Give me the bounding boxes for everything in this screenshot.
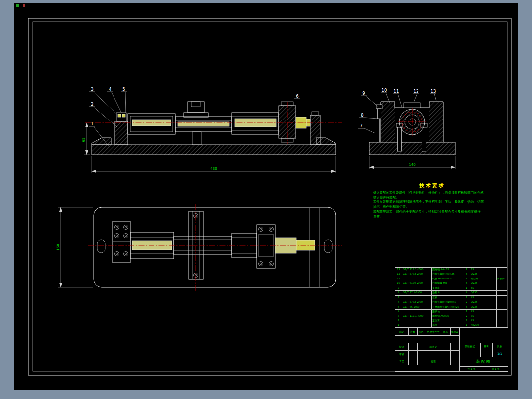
bom-cell-name: 六角头螺栓 M10×40 — [432, 300, 463, 304]
front-shaft-end — [296, 117, 310, 128]
bom-cell-material: 45 — [470, 310, 485, 314]
tech-requirements-line: 油污、着色剂和灰尘等。 — [373, 205, 492, 210]
bom-cell-code: GB/T 119.1-2000 — [402, 314, 432, 318]
bom-cell-w1 — [485, 319, 491, 323]
tech-requirements-line: 装配前应对零、部件的主要配合尺寸，特别是过盈配合尺寸及相关精度进行 — [373, 210, 492, 215]
bom-cell-material: 45 — [470, 286, 485, 290]
tb-check-label: 审核 — [395, 350, 409, 358]
front-base — [92, 138, 336, 155]
bom-cell-note — [497, 310, 507, 314]
bom-cell-w2 — [491, 291, 497, 295]
callout-9: 9 — [362, 91, 365, 96]
bom-cell-no: 12 — [395, 272, 402, 276]
svg-text:65: 65 — [82, 138, 86, 142]
bom-cell-material: Q235 — [470, 305, 485, 309]
tb-scale-label: 比例 — [492, 343, 508, 350]
bom-cell-name: 支承座 — [432, 286, 463, 290]
bom-cell-w1 — [485, 314, 491, 318]
bom-cell-note — [497, 268, 507, 272]
bom-cell-code: GB/T 119.1-2000 — [402, 268, 432, 272]
bom-cell-w2 — [491, 277, 497, 281]
dim-front-height: 65 — [82, 123, 90, 155]
bom-cell-w2 — [491, 314, 497, 318]
bom-cell-w1 — [485, 291, 491, 295]
bom-cell-qty: 1 — [463, 286, 470, 290]
bom-row: 7压板145 — [395, 296, 507, 300]
bom-cell-note — [497, 291, 507, 295]
callout-2: 2 — [91, 102, 93, 107]
tb-count-label: 处数 — [408, 328, 418, 336]
bom-cell-name: 气缸 HTA40×50 — [432, 277, 463, 281]
tb-weight-label: 重量 — [480, 343, 493, 350]
dim-front-length: 430 — [92, 156, 336, 173]
bom-cell-material: Q235 — [470, 291, 485, 295]
callout-5: 5 — [122, 87, 125, 92]
callout-10: 10 — [382, 88, 387, 93]
bom-cell-code — [402, 296, 432, 300]
bom-cell-name: 垫圈 8 — [432, 291, 463, 295]
tb-cell — [441, 350, 451, 358]
front-coupling — [175, 117, 232, 145]
bom-cell-note — [497, 305, 507, 309]
bom-cell-no: 3 — [395, 314, 402, 318]
bom-cell-qty: 4 — [463, 305, 470, 309]
bom-cell-w1 — [485, 300, 491, 304]
bom-cell-no: 10 — [395, 281, 402, 285]
bom-cell-no: 7 — [395, 296, 402, 300]
tb-design-label: 设计 — [395, 343, 409, 351]
bom-cell-w1 — [485, 296, 491, 300]
tb-cell — [450, 358, 460, 365]
bom-cell-no: 5 — [395, 305, 402, 309]
tech-requirements-line: 进入装配的零件及部件（包括外购件、外协件），均必须具有检验部门的合格 — [373, 191, 492, 196]
plan-left-flange — [113, 221, 130, 263]
title-block: 标记 处数 分区 更改文件号 签名 年月日 设计 标准化 审核 工艺 批准 阶段… — [395, 327, 508, 372]
bom-cell-w1 — [485, 305, 491, 309]
tb-mark-label: 标记 — [395, 328, 409, 336]
tb-cell — [441, 358, 451, 365]
bom-cell-w1 — [485, 272, 491, 276]
bom-cell-w2 — [491, 300, 497, 304]
tb-cell — [417, 358, 426, 365]
tb-approve-label: 批准 — [426, 358, 441, 365]
bom-rows: 13GB/T 119.1-2000圆柱销 A4×28235 12GB/T 578… — [395, 267, 507, 328]
bom-table: 13GB/T 119.1-2000圆柱销 A4×28235 12GB/T 578… — [395, 267, 507, 335]
bom-cell-qty: 1 — [463, 310, 470, 314]
bom-cell-note — [497, 286, 507, 290]
callout-1: 1 — [91, 121, 93, 126]
bom-cell-material: 组合件 — [470, 277, 485, 281]
tb-cell — [417, 343, 426, 351]
bom-cell-no: 2 — [395, 319, 402, 323]
bom-cell-name: 定位套 — [432, 319, 463, 323]
bom-cell-qty: 4 — [463, 281, 470, 285]
bom-cell-qty: 1 — [463, 319, 470, 323]
bom-cell-qty: 2 — [463, 300, 470, 304]
callout-13: 13 — [431, 89, 436, 94]
bom-cell-w1 — [485, 268, 491, 272]
bom-cell-code — [402, 310, 432, 314]
tb-cell — [450, 343, 460, 351]
bom-cell-qty: 4 — [463, 272, 470, 276]
tb-process-label: 工艺 — [395, 358, 409, 365]
bom-cell-no: 6 — [395, 300, 402, 304]
bom-cell-material: Q235 — [470, 300, 485, 304]
bom-cell-code: GB/T 5783-2000 — [402, 272, 432, 276]
technical-requirements: 技术要求 进入装配的零件及部件（包括外购件、外协件），均必须具有检验部门的合格 … — [373, 182, 492, 219]
bom-row: 5GB/T 65-2000开槽圆柱头螺钉 M6×204Q235 — [395, 305, 507, 310]
bom-cell-w1 — [485, 286, 491, 290]
bom-row: 4连接块145 — [395, 310, 507, 314]
side-view: 9 10 11 12 13 8 7 140 — [358, 88, 455, 169]
callout-4: 4 — [109, 87, 111, 92]
bom-cell-qty: 1 — [463, 277, 470, 281]
bom-cell-note — [497, 296, 507, 300]
tech-requirements-line: 复查。 — [373, 215, 492, 220]
bom-row: 9支承座145 — [395, 286, 507, 291]
tech-requirements-line: 证方能进行装配。 — [373, 196, 492, 200]
bom-row: 10GB/T 6170-2000六角螺母 M84Q235 — [395, 281, 507, 286]
bom-cell-no: 11 — [395, 277, 402, 281]
tb-drawing-title: 装配图 — [459, 357, 508, 367]
callout-8: 8 — [361, 113, 363, 118]
bom-cell-qty: 1 — [463, 296, 470, 300]
tb-cell — [395, 365, 460, 372]
front-clamp-block — [184, 102, 208, 117]
tb-stage-value — [459, 350, 481, 357]
